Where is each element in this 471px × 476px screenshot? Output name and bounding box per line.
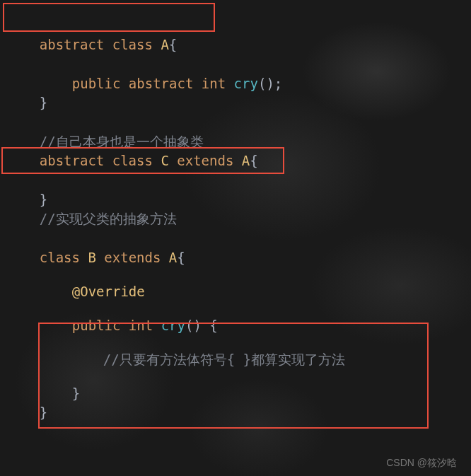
watermark: CSDN @筱汐晗 [386, 454, 457, 472]
code-line[interactable]: public int cry() { [7, 274, 471, 308]
brace-close: } [40, 405, 47, 420]
code-line[interactable]: } [7, 149, 471, 182]
code-line[interactable]: } [7, 376, 471, 400]
code-line[interactable]: //只要有方法体符号{ }都算实现了方法 [7, 308, 471, 342]
code-line[interactable]: abstract class A{ [7, 8, 471, 33]
code-line[interactable]: @Override [7, 240, 471, 274]
code-line[interactable]: class B extends A{ [7, 207, 471, 240]
code-line[interactable]: //实现父类的抽象方法 [7, 182, 471, 207]
code-line[interactable]: public abstract int cry(); [7, 33, 471, 66]
code-line[interactable]: abstract class C extends A{ [7, 124, 471, 149]
code-line[interactable]: //自己本身也是一个抽象类 [7, 91, 471, 124]
code-editor[interactable]: abstract class A{ public abstract int cr… [0, 0, 471, 400]
code-line[interactable]: } [7, 66, 471, 91]
code-line[interactable]: } [7, 342, 471, 376]
